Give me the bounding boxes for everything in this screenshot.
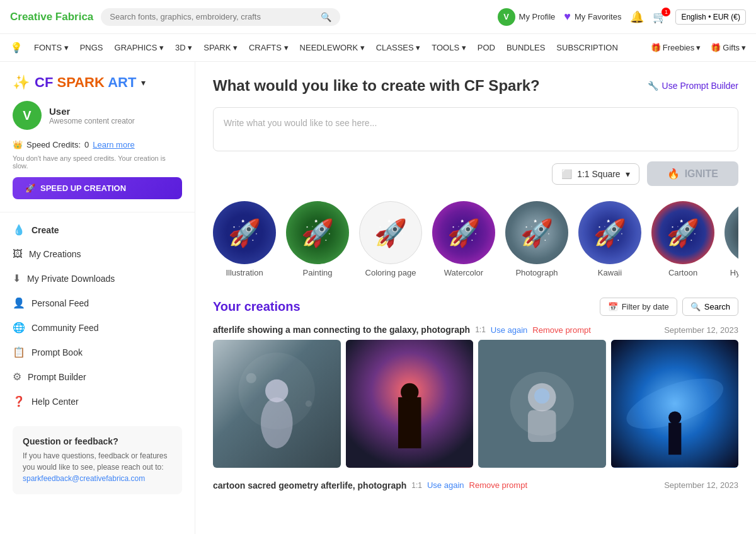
nav-item-crafts[interactable]: CRAFTS ▾	[249, 43, 289, 52]
creation-prompt-text: afterlife showing a man connecting to th…	[213, 325, 470, 335]
prompt-input-area[interactable]: Write what you would like to see here...	[213, 107, 738, 151]
style-photograph-label: Photograph	[515, 268, 558, 277]
creation-image-2[interactable]	[346, 340, 474, 468]
speed-up-button[interactable]: 🚀 SPEED UP CREATION	[13, 177, 182, 199]
logo-dropdown-icon[interactable]: ▾	[141, 78, 146, 88]
sidebar-item-personal-feed[interactable]: 👤 Personal Feed	[0, 291, 195, 315]
style-card-painting[interactable]: 🚀 Painting	[286, 201, 349, 277]
creation-image-3[interactable]	[478, 340, 606, 468]
search-input[interactable]	[110, 12, 316, 21]
nav-item-graphics[interactable]: GRAPHICS ▾	[115, 43, 164, 52]
use-again-button-2[interactable]: Use again	[427, 480, 464, 490]
creation-image-1[interactable]	[213, 340, 341, 468]
style-watercolor-label: Watercolor	[444, 268, 483, 277]
creation-image-4[interactable]	[611, 340, 739, 468]
calendar-icon: 📅	[608, 302, 618, 311]
learn-more-link[interactable]: Learn more	[93, 140, 134, 149]
brand-logo[interactable]: Creative Fabrica	[10, 11, 93, 23]
nav-item-subscription[interactable]: SUBSCRIPTION	[556, 43, 618, 52]
category-nav: 💡 FONTS ▾ PNGS GRAPHICS ▾ 3D ▾ SPARK ▾ C…	[0, 34, 756, 62]
top-nav: Creative Fabrica 🔍 V My Profile ♥ My Fav…	[0, 0, 756, 34]
nav-item-needlework[interactable]: NEEDLEWORK ▾	[300, 43, 365, 52]
style-painting-label: Painting	[303, 268, 333, 277]
rocket-coloring-icon: 🚀	[374, 218, 407, 248]
remove-prompt-button-2[interactable]: Remove prompt	[469, 480, 527, 490]
search-creations-button[interactable]: 🔍 Search	[682, 298, 738, 316]
feedback-title: Question or feedback?	[23, 436, 172, 446]
feedback-email[interactable]: sparkfeedback@creativefabrica.com	[23, 474, 145, 483]
style-card-coloring[interactable]: 🚀 Coloring page	[359, 201, 422, 277]
rocket-painting-icon: 🚀	[301, 218, 334, 248]
gift-icon: 🎁	[711, 43, 721, 52]
svg-point-7	[401, 383, 418, 401]
feedback-text: If you have questions, feedback or featu…	[23, 450, 172, 484]
cat-nav-right: 🎁 Freebies ▾ 🎁 Gifts ▾	[651, 43, 746, 52]
freebies-button[interactable]: 🎁 Freebies ▾	[651, 43, 701, 52]
crown-icon: 👑	[13, 140, 23, 149]
aspect-ratio-label: 1:1 Square	[577, 169, 621, 179]
gifts-button[interactable]: 🎁 Gifts ▾	[711, 43, 746, 52]
rocket-cartoon-icon: 🚀	[667, 218, 699, 248]
cart-icon[interactable]: 🛒 1	[653, 10, 667, 24]
style-cartoon-label: Cartoon	[668, 268, 697, 277]
creation-prompt-text-2: cartoon sacred geometry afterlife, photo…	[213, 480, 406, 490]
style-card-watercolor[interactable]: 🚀 Watercolor	[432, 201, 495, 277]
aspect-ratio-select[interactable]: ⬜ 1:1 Square ▾	[552, 163, 639, 185]
style-hyperrealistic-label: Hyper realistic	[730, 268, 738, 277]
sidebar-item-help-center[interactable]: ❓ Help Center	[0, 389, 195, 414]
nav-item-spark[interactable]: SPARK ▾	[203, 43, 238, 52]
nav-item-pod[interactable]: POD	[478, 43, 495, 52]
creation-controls: ⬜ 1:1 Square ▾ 🔥 IGNITE	[213, 161, 738, 186]
style-card-illustration[interactable]: 🚀 Illustration	[213, 201, 276, 277]
book-icon: 📋	[13, 346, 25, 358]
creations-header: Your creations 📅 Filter by date 🔍 Search	[213, 298, 738, 316]
my-profile-link[interactable]: V My Profile	[498, 8, 556, 26]
sidebar-item-prompt-book[interactable]: 📋 Prompt Book	[0, 340, 195, 364]
language-selector[interactable]: English • EUR (€)	[675, 9, 746, 25]
nav-item-pngs[interactable]: PNGS	[80, 43, 103, 52]
create-icon: 💧	[13, 224, 25, 236]
style-hyperrealistic-img: 🚀	[724, 201, 738, 264]
filter-search: 📅 Filter by date 🔍 Search	[600, 298, 738, 316]
style-card-kawaii[interactable]: 🚀 Kawaii	[578, 201, 641, 277]
your-creations-title: Your creations	[213, 299, 301, 314]
use-again-button[interactable]: Use again	[491, 325, 528, 335]
nav-item-bundles[interactable]: BUNDLES	[507, 43, 545, 52]
sidebar-item-create[interactable]: 💧 Create	[0, 218, 195, 242]
user-subtitle: Awesome content creator	[49, 117, 135, 125]
prompt-builder-link[interactable]: 🔧 Use Prompt Builder	[648, 81, 738, 91]
nav-item-3d[interactable]: 3D ▾	[175, 43, 192, 52]
style-painting-img: 🚀	[286, 201, 349, 264]
search-icon[interactable]: 🔍	[321, 12, 331, 22]
sidebar-item-my-creations[interactable]: 🖼 My Creations	[0, 242, 195, 266]
svg-rect-15	[668, 423, 681, 455]
search-bar[interactable]: 🔍	[101, 8, 340, 26]
person-icon: 👤	[13, 297, 25, 309]
sidebar-item-private-downloads-label: My Private Downloads	[27, 274, 115, 284]
sidebar-item-private-downloads[interactable]: ⬇ My Private Downloads	[0, 266, 195, 291]
filter-date-button[interactable]: 📅 Filter by date	[600, 298, 677, 316]
feedback-box: Question or feedback? If you have questi…	[13, 426, 182, 494]
nav-item-classes[interactable]: CLASSES ▾	[376, 43, 421, 52]
logo-art: ART	[108, 74, 136, 90]
style-card-photograph[interactable]: 🚀 Photograph	[505, 201, 568, 277]
fire-icon: 🔥	[667, 168, 680, 180]
globe-icon: 🌐	[13, 322, 25, 334]
nav-item-fonts[interactable]: FONTS ▾	[34, 43, 69, 52]
rocket-kawaii-icon: 🚀	[593, 218, 626, 248]
sidebar-item-prompt-builder[interactable]: ⚙ Prompt Builder	[0, 364, 195, 389]
svg-rect-11	[528, 410, 556, 442]
rocket-photograph-icon: 🚀	[520, 218, 553, 248]
my-favorites-link[interactable]: ♥ My Favorites	[564, 10, 621, 23]
main-content: What would you like to create with CF Sp…	[195, 62, 756, 534]
style-card-hyperrealistic[interactable]: 🚀 Hyper realistic	[724, 201, 738, 277]
sidebar-item-create-label: Create	[32, 225, 59, 235]
style-card-cartoon[interactable]: 🚀 Cartoon	[651, 201, 714, 277]
nav-item-tools[interactable]: TOOLS ▾	[432, 43, 466, 52]
ignite-button[interactable]: 🔥 IGNITE	[647, 161, 738, 186]
rocket-icon: 🚀	[25, 183, 35, 193]
notifications-icon[interactable]: 🔔	[630, 10, 644, 24]
sidebar-item-community-feed[interactable]: 🌐 Community Feed	[0, 315, 195, 340]
remove-prompt-button[interactable]: Remove prompt	[532, 325, 590, 335]
creation-meta: afterlife showing a man connecting to th…	[213, 325, 738, 335]
